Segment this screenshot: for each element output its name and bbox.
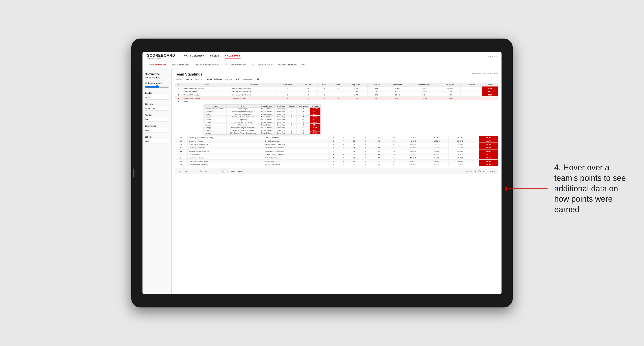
tt-col-rounds: Rounds: [287, 105, 297, 108]
nav-teams[interactable]: TEAMS: [210, 54, 219, 58]
nav-committee[interactable]: COMMITTEE: [224, 54, 240, 58]
logo-subtitle: Powered by clippi: [147, 57, 175, 59]
chevron-down-icon: ▾: [475, 170, 476, 173]
filter-min-rounds: Minimum Rounds: [145, 82, 169, 89]
filter-conference: Conference (All): [145, 125, 169, 133]
filter-conference-select[interactable]: (All): [145, 128, 169, 133]
main-content: Committee Portal Review Minimum Rounds G…: [142, 69, 502, 294]
tooltip-row: Univers Amer An Intercollegiate NCAA Div…: [205, 113, 321, 116]
table-row: 25 University of North Florida ASUN Conf…: [175, 160, 498, 163]
standings-table-bottom: 18 University of California, Berkeley Pa…: [175, 136, 498, 166]
table-row: 1 University of North Carolina Atlantic …: [175, 86, 498, 90]
nav-signout[interactable]: | Sign out: [487, 55, 497, 58]
filter-min-rounds-input[interactable]: [145, 85, 169, 88]
table-row: 18 University of California, Berkeley Pa…: [175, 136, 498, 139]
col-rank: #: [175, 83, 182, 86]
filter-school-label: School: [145, 136, 169, 138]
filter-row: Gender: Men's Division: NCAA Division I …: [175, 78, 498, 80]
copy-btn[interactable]: ⧉: [199, 170, 202, 173]
filter-division-select[interactable]: NCAA Division I NCAA Division II: [145, 106, 169, 111]
table-row: 20 University of New Mexico Mountain Wes…: [175, 143, 498, 146]
table-row: 24 University of Oregon Pac-12 Conferenc…: [175, 156, 498, 160]
filter-school-select[interactable]: (All): [145, 139, 169, 144]
report-header: Team Standings Update time: 13/03/2024 1…: [175, 72, 498, 76]
view-label: View: Original: [230, 170, 243, 173]
nav-tournaments[interactable]: TOURNAMENTS: [184, 54, 204, 58]
report-title: Team Standings: [175, 72, 202, 76]
annotation-arrow: [505, 180, 550, 198]
table-row: 26 The Ohio State University Big Ten Con…: [175, 163, 498, 166]
tooltip-row: Univers Copper Cup NCAA Division I Match…: [205, 118, 321, 121]
bottom-toolbar: ↩ ↪ ↺ ⧉ ✏ ⋯ 🕐 View: Original 👁 Watch: [175, 168, 498, 174]
tt-col-event-type: Event Type: [275, 105, 287, 108]
nav-links: TOURNAMENTS TEAMS COMMITTEE: [184, 54, 240, 58]
info-btn[interactable]: 🕐: [220, 170, 225, 173]
tooltip-row: Georgia Ben Hogan Collegiate Invitationa…: [205, 126, 321, 129]
col-vs50: Vs Top 50: [461, 83, 482, 86]
sub-nav-player-h2h-grid[interactable]: PLAYER H2H GRID: [252, 62, 274, 67]
logo-title: SCOREBOARD: [147, 54, 175, 57]
col-low-score: Low Score: [386, 83, 409, 86]
sub-nav-team-summary[interactable]: TEAM SUMMARY: [147, 62, 167, 67]
committee-label: Committee: [145, 72, 169, 76]
comment-btn[interactable]: 💬: [478, 170, 481, 173]
tt-col-team: Team: [205, 105, 227, 108]
col-conference: Conference: [230, 83, 276, 86]
toolbar-divider-3: [228, 170, 228, 173]
col-wins: Wins: [332, 83, 345, 86]
tt-col-rank-impact: Rank Impact: [296, 105, 310, 108]
tablet-side-button: [133, 169, 134, 177]
filter-region: Region N/A All: [145, 114, 169, 122]
top-nav: SCOREBOARD Powered by clippi TOURNAMENTS…: [142, 52, 502, 61]
tooltip-row: Arizona State University Cato Collegiate…: [205, 108, 321, 110]
tablet-device: SCOREBOARD Powered by clippi TOURNAMENTS…: [131, 38, 513, 308]
toolbar-divider-1: [196, 170, 196, 173]
table-row: 23 Duke University Atlantic Coast Confer…: [175, 153, 498, 156]
filter-gender-label: Gender: [145, 92, 169, 94]
report-area: Team Standings Update time: 13/03/2024 1…: [172, 69, 502, 294]
tooltip-row: University Southern Highlands Collegiate…: [205, 110, 321, 113]
redo-btn[interactable]: ↪: [184, 170, 188, 173]
table-row: 5 Texas T...: [175, 100, 498, 103]
toolbar-right: 👁 Watch ▾ 💬 ⊞ ↗ Share: [466, 170, 495, 173]
col-bnds: Bnds: [318, 83, 332, 86]
tablet-screen: SCOREBOARD Powered by clippi TOURNAMENTS…: [142, 52, 502, 294]
table-row: 19 University of Texas Big 12 Conference…: [175, 139, 498, 143]
table-row: 2 Auburn University Southeastern Confere…: [175, 90, 498, 93]
sub-nav-player-h2h-heatmap[interactable]: PLAYER H2H HEATMAP: [278, 62, 305, 67]
sub-nav-player-summary[interactable]: PLAYER SUMMARY: [224, 62, 247, 67]
filter-school: School (All): [145, 136, 169, 144]
standings-table: # School Conference Conf Rank No Tour Bn…: [175, 83, 498, 103]
col-adj-score: Adj. Score: [345, 83, 367, 86]
sub-nav-team-h2h-grid[interactable]: TEAM H2H GRID: [172, 62, 191, 67]
tooltip-row: Univers National Invitational Tournament…: [205, 116, 321, 118]
hover-tooltip: Team Event Event Division Event Type Rou…: [204, 104, 321, 135]
grid-btn[interactable]: ⊞: [483, 170, 485, 173]
filter-region-label: Region: [145, 114, 169, 116]
col-avg-sg: Avg. SG: [367, 83, 386, 86]
share-btn[interactable]: ↗ Share: [487, 170, 495, 173]
table-row: 21 University of Alabama Southeastern Co…: [175, 146, 498, 150]
eye-icon: 👁: [466, 170, 468, 173]
table-row-highlighted: 4 Arizona State University Pac-12 Confer…: [175, 97, 498, 100]
logo-area: SCOREBOARD Powered by clippi: [147, 54, 175, 59]
watch-btn[interactable]: 👁 Watch ▾: [466, 170, 476, 173]
filter-region-select[interactable]: N/A All: [145, 117, 169, 122]
tt-col-w-points: W Points: [310, 105, 320, 108]
undo-btn[interactable]: ↩: [178, 170, 182, 173]
col-school: School: [182, 83, 230, 86]
col-no-tour: No Tour: [299, 83, 318, 86]
col-vs25: Vs Top 25: [439, 83, 461, 86]
filter-conference-label: Conference: [145, 125, 169, 127]
tooltip-row: East Tec OFCC Fighting Illini Invitation…: [205, 129, 321, 132]
more-btn[interactable]: ⋯: [210, 170, 214, 173]
table-row: 22 Mississippi State University Southeas…: [175, 150, 498, 153]
filter-gender-select[interactable]: Men's Women's: [145, 95, 169, 100]
sub-nav-team-h2h-heatmap[interactable]: TEAM H2H HEATMAP: [195, 62, 220, 67]
refresh-btn[interactable]: ↺: [190, 170, 194, 173]
col-overall: Overall Record: [409, 83, 439, 86]
draw-btn[interactable]: ✏: [204, 170, 208, 173]
table-row: 3 Vanderbilt University Southeastern Con…: [175, 93, 498, 97]
sub-nav: TEAM SUMMARY TEAM H2H GRID TEAM H2H HEAT…: [142, 61, 502, 69]
col-conf-rank: Conf Rank: [276, 83, 299, 86]
